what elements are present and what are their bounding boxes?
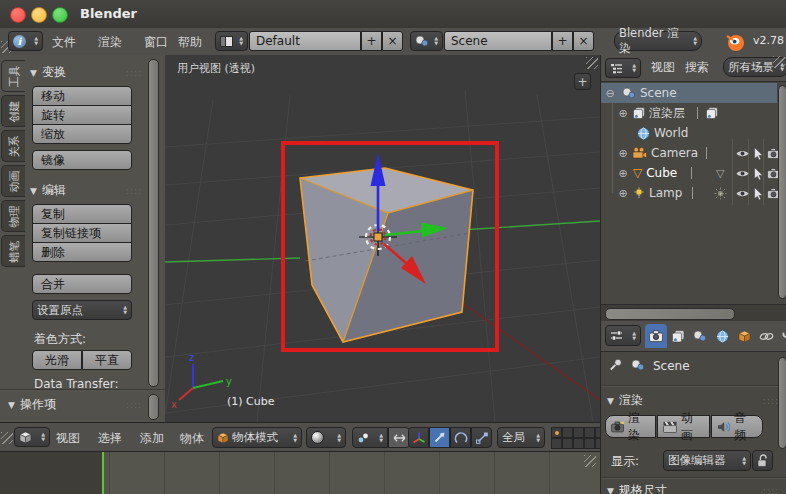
cursor-select-icon[interactable]: [753, 147, 764, 160]
menu-file[interactable]: 文件: [52, 32, 76, 52]
layer-cell[interactable]: [584, 427, 595, 438]
outliner-row-cube[interactable]: ⊕ ▽ Cube ▽: [601, 163, 777, 183]
panel-header-edit[interactable]: ▼ 编辑 ::::: [30, 182, 142, 199]
editor-type-dropdown-properties[interactable]: ▲▼: [605, 325, 641, 346]
manipulator-toggle-button[interactable]: [408, 427, 429, 448]
menu-help[interactable]: 帮助: [178, 32, 202, 52]
set-origin-dropdown[interactable]: 设置原点 ▲▼: [32, 300, 132, 320]
transform-orientation-dropdown[interactable]: 全局 ▲▼: [497, 427, 545, 448]
panel-header-operator[interactable]: ▼ 操作项 ::::: [8, 396, 142, 413]
properties-tab-scene[interactable]: [689, 324, 711, 348]
screen-layout-icon-dropdown[interactable]: ▲▼: [215, 31, 248, 51]
viewport-3d[interactable]: z y x 用户视图 (透视) (1) Cube +: [165, 55, 600, 422]
shelf-tab-grease-pencil[interactable]: 蜡笔: [1, 235, 25, 267]
editor-type-dropdown-info[interactable]: i ▲▼: [8, 31, 43, 51]
horizontal-scrollbar-thumb[interactable]: [605, 308, 735, 320]
mirror-button[interactable]: 镜像: [32, 150, 132, 170]
menu-render[interactable]: 渲染: [98, 32, 122, 52]
outliner-row-lamp[interactable]: ⊕ Lamp: [601, 183, 777, 203]
properties-tab-modifiers[interactable]: [777, 324, 786, 348]
operator-panel-scrollbar[interactable]: [148, 394, 159, 420]
expand-icon[interactable]: ⊕: [617, 147, 629, 160]
shelf-tab-physics[interactable]: 物理: [1, 200, 25, 232]
delete-button[interactable]: 删除: [32, 242, 132, 262]
panel-header-dimensions[interactable]: ▼ 规格尺寸 ::::: [607, 482, 779, 494]
maximize-window-button[interactable]: [52, 7, 68, 23]
scale-button[interactable]: 缩放: [32, 124, 132, 144]
outliner-menu-view[interactable]: 视图: [651, 57, 675, 77]
tool-shelf-scrollbar[interactable]: [148, 59, 159, 387]
panel-grip[interactable]: ::::: [763, 486, 779, 494]
scene-selector-icon-dropdown[interactable]: ▲▼: [410, 31, 443, 51]
expand-icon[interactable]: ⊕: [617, 167, 629, 180]
panel-header-render[interactable]: ▼ 渲染 ::::: [607, 392, 779, 409]
outliner-row-world[interactable]: World: [601, 123, 777, 143]
shelf-tab-tools[interactable]: 工具: [1, 60, 25, 92]
outliner-row-scene[interactable]: ⊖ Scene: [601, 83, 777, 103]
lamp-data-icon[interactable]: [714, 187, 727, 200]
open-region-plus-button[interactable]: +: [574, 73, 591, 90]
properties-tab-object[interactable]: [733, 324, 755, 348]
move-button[interactable]: 移动: [32, 86, 132, 106]
translate-manipulator-button[interactable]: [429, 427, 450, 448]
delete-layout-button[interactable]: ×: [382, 31, 403, 51]
rotate-manipulator-button[interactable]: [450, 427, 471, 448]
menu-window[interactable]: 窗口: [144, 32, 168, 52]
rotate-button[interactable]: 旋转: [32, 105, 132, 125]
join-button[interactable]: 合并: [32, 274, 132, 294]
layer-cell[interactable]: [584, 438, 595, 449]
shelf-tab-animation[interactable]: 动画: [1, 165, 25, 197]
outliner-row-camera[interactable]: ⊕ Camera: [601, 143, 777, 163]
timeline-playhead[interactable]: [102, 452, 104, 494]
pin-icon[interactable]: [609, 358, 623, 372]
layers-widget[interactable]: [551, 427, 600, 449]
collapse-icon[interactable]: ⊖: [604, 87, 616, 100]
cursor-select-icon[interactable]: [753, 187, 764, 200]
render-audio-button[interactable]: 音频: [711, 415, 763, 438]
shade-flat-button[interactable]: 平直: [82, 350, 132, 370]
properties-tab-constraints[interactable]: [755, 324, 777, 348]
outliner-row-render-layers[interactable]: ⊕ 渲染层: [601, 103, 777, 123]
shelf-tab-relations[interactable]: 关系: [1, 130, 25, 162]
properties-tab-render[interactable]: [645, 324, 667, 348]
layer-cell[interactable]: [562, 427, 573, 438]
region-corner-widget[interactable]: [1, 432, 13, 444]
layer-cell-active[interactable]: [551, 427, 562, 438]
minimize-window-button[interactable]: [31, 7, 47, 23]
panel-header-transform[interactable]: ▼ 变换 ::::: [30, 64, 142, 81]
shelf-tab-create[interactable]: 创建: [1, 95, 25, 127]
display-mode-dropdown[interactable]: 图像编辑器 ▲▼: [663, 450, 751, 471]
layer-cell[interactable]: [562, 438, 573, 449]
delete-scene-button[interactable]: ×: [573, 31, 594, 51]
render-animation-button[interactable]: 动画: [657, 415, 710, 438]
add-layout-button[interactable]: +: [361, 31, 382, 51]
scene-name-field[interactable]: Scene: [444, 31, 552, 51]
duplicate-linked-button[interactable]: 复制链接项: [32, 223, 132, 243]
render-layer-data-icon[interactable]: [706, 107, 718, 119]
editor-type-dropdown-3dview[interactable]: ▲▼: [14, 427, 50, 447]
eye-icon[interactable]: [736, 169, 749, 178]
outliner-scrollbar[interactable]: [778, 85, 786, 299]
timeline-region[interactable]: [0, 452, 600, 494]
manipulate-center-points-toggle[interactable]: [388, 427, 410, 448]
eye-icon[interactable]: [736, 189, 749, 198]
viewport-shading-dropdown[interactable]: ▲▼: [306, 427, 346, 448]
layer-cell[interactable]: [551, 438, 562, 449]
region-corner-widget[interactable]: [586, 57, 598, 69]
mode-dropdown[interactable]: 物体模式 ▲▼: [212, 427, 302, 448]
duplicate-button[interactable]: 复制: [32, 204, 132, 224]
panel-grip[interactable]: ::::: [763, 396, 779, 406]
panel-grip[interactable]: ::::: [126, 68, 142, 78]
expand-icon[interactable]: ⊕: [617, 187, 629, 200]
layer-cell[interactable]: [573, 438, 584, 449]
menu-add[interactable]: 添加: [140, 428, 164, 448]
mesh-data-icon[interactable]: ▽: [716, 167, 724, 180]
render-engine-dropdown[interactable]: Blender 渲染 ▲▼: [614, 31, 702, 51]
close-window-button[interactable]: [10, 7, 26, 23]
properties-tab-render-layers[interactable]: [667, 324, 689, 348]
lock-interface-toggle[interactable]: [752, 450, 773, 471]
add-scene-button[interactable]: +: [552, 31, 573, 51]
pivot-point-dropdown[interactable]: ▲▼: [352, 427, 388, 448]
expand-icon[interactable]: ⊕: [617, 107, 629, 120]
layer-cell[interactable]: [573, 427, 584, 438]
